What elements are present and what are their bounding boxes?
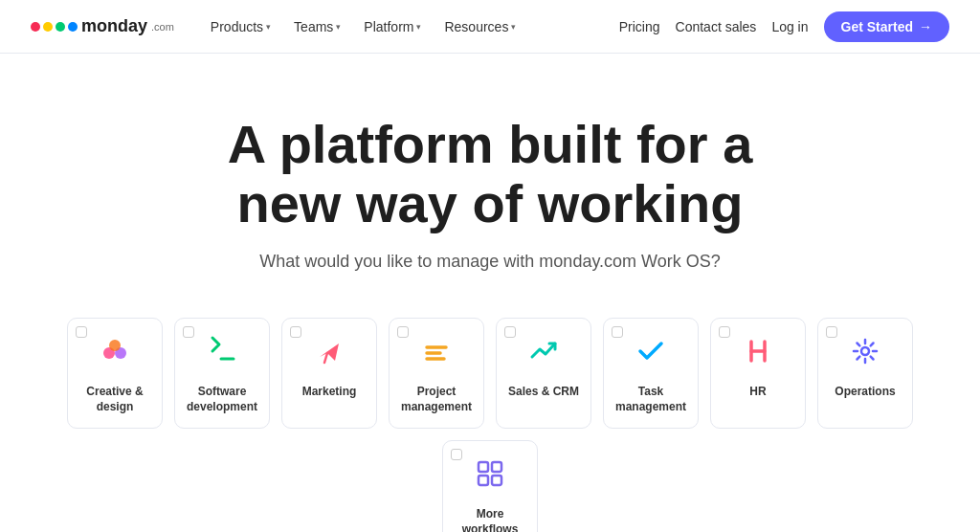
card-sales-crm[interactable]: Sales & CRM [496,318,591,429]
sales-crm-icon [526,334,561,375]
nav-get-started-button[interactable]: Get Started → [824,11,949,42]
card-checkbox [290,326,301,338]
card-hr-label: HR [749,385,766,400]
card-creative-design-label: Creative &design [86,385,143,414]
nav-products-label: Products [211,19,263,34]
nav-teams-label: Teams [294,19,333,34]
card-checkbox [612,326,623,338]
card-checkbox [719,326,730,338]
nav-get-started-label: Get Started [841,19,913,34]
card-project-management-label: Projectmanagement [401,385,472,414]
nav-platform-label: Platform [364,19,413,34]
logo-text: monday [81,16,147,36]
nav-item-resources[interactable]: Resources ▾ [434,13,525,40]
card-operations-label: Operations [835,385,895,400]
card-checkbox [826,326,837,338]
navbar: monday.com Products ▾ Teams ▾ Platform ▾… [0,0,980,54]
logo-mark [31,22,78,32]
card-hr[interactable]: HR [710,318,806,429]
nav-links: Products ▾ Teams ▾ Platform ▾ Resources … [201,13,526,40]
card-checkbox [397,326,409,338]
card-sales-crm-label: Sales & CRM [508,385,579,400]
chevron-down-icon: ▾ [511,22,516,32]
svg-point-2 [109,340,121,351]
card-software-development-label: Softwaredevelopment [187,385,257,414]
svg-rect-12 [492,462,501,472]
nav-item-platform[interactable]: Platform ▾ [354,13,431,40]
card-marketing-label: Marketing [302,385,357,400]
hero-section: A platform built for a new way of workin… [0,54,980,532]
more-workflows-icon [473,456,507,498]
use-case-cards: Creative &design Softwaredevelopment [19,318,961,532]
card-checkbox [504,326,516,338]
nav-resources-label: Resources [444,19,508,34]
software-development-icon [205,334,239,375]
logo-dot-yellow [43,22,53,32]
nav-log-in[interactable]: Log in [771,19,808,34]
card-operations[interactable]: Operations [817,318,913,429]
chevron-down-icon: ▾ [336,22,341,32]
card-checkbox [183,326,194,338]
card-task-management[interactable]: Taskmanagement [603,318,699,429]
logo-dot-red [31,22,40,32]
card-more-workflows[interactable]: Moreworkflows [442,440,538,532]
svg-point-10 [861,347,869,355]
nav-item-products[interactable]: Products ▾ [201,13,280,40]
logo-com: .com [151,21,174,33]
creative-design-icon [98,334,132,375]
chevron-down-icon: ▾ [416,22,421,32]
task-management-icon [634,334,668,375]
card-checkbox [451,449,462,460]
nav-left: monday.com Products ▾ Teams ▾ Platform ▾… [31,13,525,40]
card-creative-design[interactable]: Creative &design [67,318,163,429]
card-checkbox [76,326,87,338]
chevron-down-icon: ▾ [266,22,271,32]
logo[interactable]: monday.com [31,16,174,36]
marketing-icon [312,334,346,375]
arrow-icon: → [919,19,932,34]
card-project-management[interactable]: Projectmanagement [389,318,484,429]
card-marketing[interactable]: Marketing [281,318,377,429]
project-management-icon [419,334,454,375]
operations-icon [848,334,882,375]
logo-dot-green [56,22,65,32]
nav-right: Pricing Contact sales Log in Get Started… [619,11,949,42]
nav-item-teams[interactable]: Teams ▾ [284,13,350,40]
card-software-development[interactable]: Softwaredevelopment [174,318,270,429]
svg-rect-11 [479,462,488,472]
svg-rect-13 [479,476,488,485]
nav-pricing[interactable]: Pricing [619,19,660,34]
hr-icon [741,334,775,375]
nav-contact-sales[interactable]: Contact sales [676,19,757,34]
hero-title: A platform built for a new way of workin… [155,115,825,233]
hero-subtitle: What would you like to manage with monda… [19,252,961,272]
logo-dot-blue [68,22,78,32]
card-more-workflows-label: Moreworkflows [462,507,519,532]
svg-rect-14 [492,476,501,485]
card-task-management-label: Taskmanagement [615,385,686,414]
